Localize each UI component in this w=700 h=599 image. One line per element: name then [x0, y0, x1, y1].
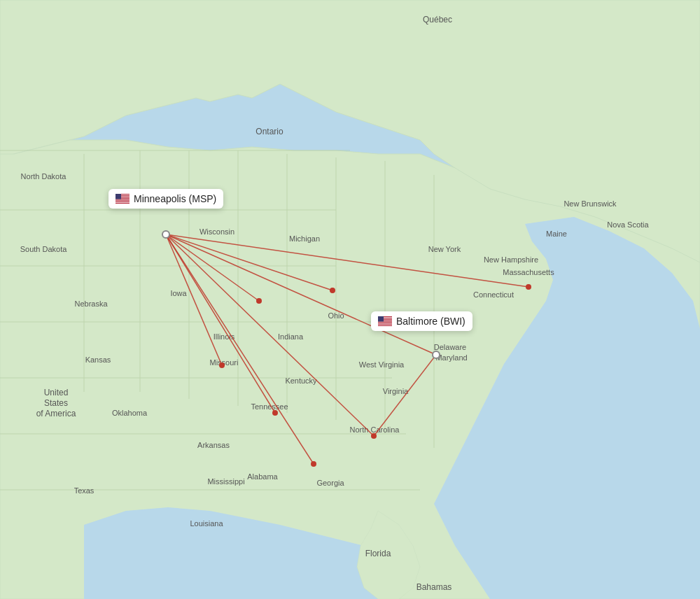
svg-rect-89	[115, 202, 130, 203]
svg-point-70	[162, 231, 169, 238]
svg-text:Michigan: Michigan	[289, 234, 320, 243]
svg-text:Virginia: Virginia	[383, 387, 409, 395]
svg-text:Louisiana: Louisiana	[190, 519, 223, 528]
svg-text:New Hampshire: New Hampshire	[484, 255, 538, 264]
svg-rect-100	[378, 323, 392, 323]
svg-point-71	[526, 284, 531, 290]
svg-rect-102	[378, 324, 392, 325]
svg-rect-104	[378, 325, 392, 326]
svg-text:States: States	[44, 398, 68, 408]
svg-rect-90	[115, 203, 130, 204]
svg-text:Alabama: Alabama	[247, 472, 278, 481]
svg-text:Indiana: Indiana	[278, 332, 304, 341]
svg-text:North Carolina: North Carolina	[350, 425, 400, 434]
bwi-label-text: Baltimore (BWI)	[396, 316, 465, 327]
bwi-label: Baltimore (BWI)	[371, 311, 472, 331]
svg-text:Florida: Florida	[365, 549, 391, 558]
svg-point-69	[433, 351, 440, 358]
svg-text:North Dakota: North Dakota	[21, 172, 67, 181]
us-flag-msp	[115, 194, 130, 204]
svg-text:South Dakota: South Dakota	[20, 245, 68, 253]
svg-text:Kentucky: Kentucky	[285, 376, 317, 385]
svg-text:Kansas: Kansas	[85, 355, 111, 364]
svg-text:Connecticut: Connecticut	[473, 290, 514, 299]
svg-text:Maine: Maine	[546, 230, 567, 238]
svg-rect-105	[378, 316, 384, 322]
svg-rect-87	[115, 201, 130, 202]
svg-rect-88	[115, 202, 130, 202]
svg-text:Ontario: Ontario	[255, 127, 284, 136]
svg-text:Delaware: Delaware	[434, 343, 466, 351]
svg-text:Maryland: Maryland	[435, 353, 467, 362]
svg-text:Iowa: Iowa	[170, 289, 187, 297]
svg-text:Bahamas: Bahamas	[416, 582, 452, 592]
svg-text:Arkansas: Arkansas	[197, 441, 230, 449]
map-container: Ontario Québec North Dakota South Dakota…	[0, 0, 700, 599]
svg-point-77	[311, 461, 316, 467]
svg-rect-91	[115, 194, 121, 199]
svg-rect-85	[115, 199, 130, 200]
svg-text:Nebraska: Nebraska	[74, 300, 108, 308]
svg-text:West Virginia: West Virginia	[359, 360, 405, 369]
us-flag-bwi	[378, 316, 392, 326]
svg-text:United: United	[44, 388, 69, 397]
svg-text:Nova Scotia: Nova Scotia	[607, 220, 649, 229]
svg-text:Georgia: Georgia	[316, 479, 344, 487]
svg-text:Oklahoma: Oklahoma	[112, 409, 148, 417]
svg-text:New Brunswick: New Brunswick	[564, 199, 617, 208]
svg-text:Mississippi: Mississippi	[207, 477, 244, 486]
map-svg: Ontario Québec North Dakota South Dakota…	[0, 0, 700, 599]
svg-rect-86	[115, 200, 130, 201]
svg-text:Massachusetts: Massachusetts	[503, 268, 554, 276]
svg-text:Québec: Québec	[423, 15, 452, 24]
svg-text:Texas: Texas	[74, 486, 94, 495]
svg-rect-99	[378, 322, 392, 323]
svg-rect-101	[378, 323, 392, 324]
svg-text:New York: New York	[428, 245, 461, 253]
svg-text:of America: of America	[36, 409, 76, 418]
svg-text:Wisconsin: Wisconsin	[200, 227, 234, 236]
svg-point-75	[272, 410, 278, 416]
svg-point-73	[330, 288, 335, 293]
svg-rect-103	[378, 325, 392, 325]
msp-label: Minneapolis (MSP)	[108, 189, 223, 209]
msp-label-text: Minneapolis (MSP)	[134, 193, 216, 204]
svg-point-74	[219, 362, 225, 368]
svg-point-76	[371, 433, 377, 439]
svg-point-72	[256, 298, 262, 304]
